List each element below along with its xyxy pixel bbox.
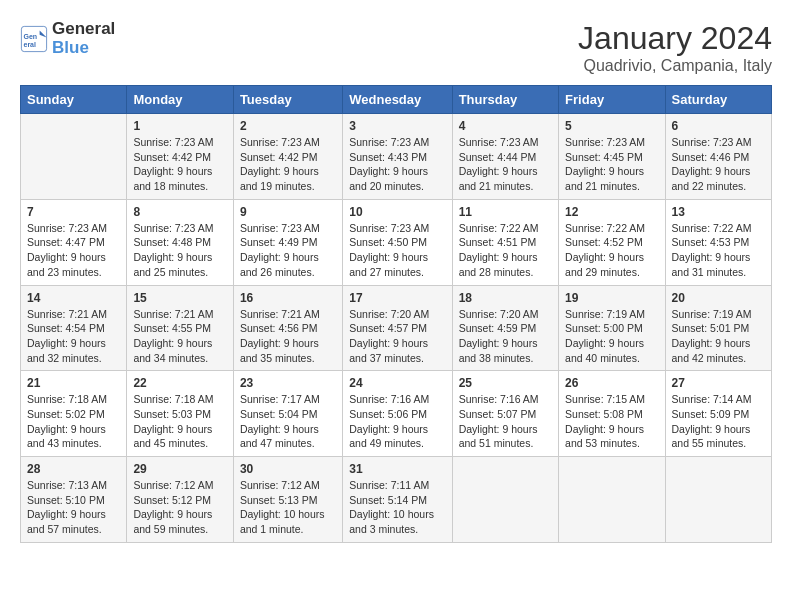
- logo-text-line1: General: [52, 20, 115, 39]
- calendar-cell: 14Sunrise: 7:21 AM Sunset: 4:54 PM Dayli…: [21, 285, 127, 371]
- day-info: Sunrise: 7:18 AM Sunset: 5:03 PM Dayligh…: [133, 392, 226, 451]
- header-cell-thursday: Thursday: [452, 86, 558, 114]
- day-info: Sunrise: 7:21 AM Sunset: 4:56 PM Dayligh…: [240, 307, 336, 366]
- calendar-cell: 13Sunrise: 7:22 AM Sunset: 4:53 PM Dayli…: [665, 199, 771, 285]
- day-info: Sunrise: 7:23 AM Sunset: 4:47 PM Dayligh…: [27, 221, 120, 280]
- calendar-cell: 23Sunrise: 7:17 AM Sunset: 5:04 PM Dayli…: [233, 371, 342, 457]
- day-info: Sunrise: 7:20 AM Sunset: 4:57 PM Dayligh…: [349, 307, 445, 366]
- day-number: 3: [349, 119, 445, 133]
- day-number: 8: [133, 205, 226, 219]
- calendar-cell: 28Sunrise: 7:13 AM Sunset: 5:10 PM Dayli…: [21, 457, 127, 543]
- header-cell-saturday: Saturday: [665, 86, 771, 114]
- week-row-4: 21Sunrise: 7:18 AM Sunset: 5:02 PM Dayli…: [21, 371, 772, 457]
- calendar-cell: 5Sunrise: 7:23 AM Sunset: 4:45 PM Daylig…: [559, 114, 665, 200]
- day-info: Sunrise: 7:19 AM Sunset: 5:00 PM Dayligh…: [565, 307, 658, 366]
- day-number: 9: [240, 205, 336, 219]
- calendar-cell: 6Sunrise: 7:23 AM Sunset: 4:46 PM Daylig…: [665, 114, 771, 200]
- day-number: 12: [565, 205, 658, 219]
- week-row-5: 28Sunrise: 7:13 AM Sunset: 5:10 PM Dayli…: [21, 457, 772, 543]
- day-info: Sunrise: 7:23 AM Sunset: 4:49 PM Dayligh…: [240, 221, 336, 280]
- calendar-cell: 29Sunrise: 7:12 AM Sunset: 5:12 PM Dayli…: [127, 457, 233, 543]
- calendar-cell: 21Sunrise: 7:18 AM Sunset: 5:02 PM Dayli…: [21, 371, 127, 457]
- day-number: 24: [349, 376, 445, 390]
- calendar-table: SundayMondayTuesdayWednesdayThursdayFrid…: [20, 85, 772, 543]
- day-number: 16: [240, 291, 336, 305]
- calendar-cell: 1Sunrise: 7:23 AM Sunset: 4:42 PM Daylig…: [127, 114, 233, 200]
- day-number: 29: [133, 462, 226, 476]
- week-row-1: 1Sunrise: 7:23 AM Sunset: 4:42 PM Daylig…: [21, 114, 772, 200]
- calendar-cell: 26Sunrise: 7:15 AM Sunset: 5:08 PM Dayli…: [559, 371, 665, 457]
- day-info: Sunrise: 7:12 AM Sunset: 5:12 PM Dayligh…: [133, 478, 226, 537]
- calendar-cell: 4Sunrise: 7:23 AM Sunset: 4:44 PM Daylig…: [452, 114, 558, 200]
- day-number: 30: [240, 462, 336, 476]
- header-cell-sunday: Sunday: [21, 86, 127, 114]
- calendar-cell: [452, 457, 558, 543]
- day-info: Sunrise: 7:23 AM Sunset: 4:46 PM Dayligh…: [672, 135, 765, 194]
- logo-icon: Gen eral: [20, 25, 48, 53]
- title-block: January 2024 Quadrivio, Campania, Italy: [578, 20, 772, 75]
- day-number: 27: [672, 376, 765, 390]
- week-row-2: 7Sunrise: 7:23 AM Sunset: 4:47 PM Daylig…: [21, 199, 772, 285]
- calendar-cell: 20Sunrise: 7:19 AM Sunset: 5:01 PM Dayli…: [665, 285, 771, 371]
- day-number: 20: [672, 291, 765, 305]
- day-number: 15: [133, 291, 226, 305]
- page-header: Gen eral General Blue January 2024 Quadr…: [20, 20, 772, 75]
- logo-text-line2: Blue: [52, 39, 115, 58]
- day-info: Sunrise: 7:23 AM Sunset: 4:42 PM Dayligh…: [133, 135, 226, 194]
- day-info: Sunrise: 7:23 AM Sunset: 4:48 PM Dayligh…: [133, 221, 226, 280]
- day-info: Sunrise: 7:16 AM Sunset: 5:06 PM Dayligh…: [349, 392, 445, 451]
- calendar-cell: 9Sunrise: 7:23 AM Sunset: 4:49 PM Daylig…: [233, 199, 342, 285]
- calendar-cell: 30Sunrise: 7:12 AM Sunset: 5:13 PM Dayli…: [233, 457, 342, 543]
- header-cell-wednesday: Wednesday: [343, 86, 452, 114]
- day-info: Sunrise: 7:23 AM Sunset: 4:42 PM Dayligh…: [240, 135, 336, 194]
- calendar-cell: 8Sunrise: 7:23 AM Sunset: 4:48 PM Daylig…: [127, 199, 233, 285]
- day-info: Sunrise: 7:14 AM Sunset: 5:09 PM Dayligh…: [672, 392, 765, 451]
- day-info: Sunrise: 7:13 AM Sunset: 5:10 PM Dayligh…: [27, 478, 120, 537]
- calendar-cell: 24Sunrise: 7:16 AM Sunset: 5:06 PM Dayli…: [343, 371, 452, 457]
- header-row: SundayMondayTuesdayWednesdayThursdayFrid…: [21, 86, 772, 114]
- day-info: Sunrise: 7:12 AM Sunset: 5:13 PM Dayligh…: [240, 478, 336, 537]
- calendar-cell: [21, 114, 127, 200]
- week-row-3: 14Sunrise: 7:21 AM Sunset: 4:54 PM Dayli…: [21, 285, 772, 371]
- logo: Gen eral General Blue: [20, 20, 115, 57]
- day-number: 22: [133, 376, 226, 390]
- day-number: 6: [672, 119, 765, 133]
- day-number: 2: [240, 119, 336, 133]
- header-cell-monday: Monday: [127, 86, 233, 114]
- calendar-cell: 3Sunrise: 7:23 AM Sunset: 4:43 PM Daylig…: [343, 114, 452, 200]
- day-info: Sunrise: 7:23 AM Sunset: 4:45 PM Dayligh…: [565, 135, 658, 194]
- day-info: Sunrise: 7:20 AM Sunset: 4:59 PM Dayligh…: [459, 307, 552, 366]
- calendar-cell: 12Sunrise: 7:22 AM Sunset: 4:52 PM Dayli…: [559, 199, 665, 285]
- calendar-cell: 10Sunrise: 7:23 AM Sunset: 4:50 PM Dayli…: [343, 199, 452, 285]
- day-info: Sunrise: 7:18 AM Sunset: 5:02 PM Dayligh…: [27, 392, 120, 451]
- day-number: 7: [27, 205, 120, 219]
- day-number: 31: [349, 462, 445, 476]
- calendar-subtitle: Quadrivio, Campania, Italy: [578, 57, 772, 75]
- day-info: Sunrise: 7:22 AM Sunset: 4:51 PM Dayligh…: [459, 221, 552, 280]
- day-info: Sunrise: 7:23 AM Sunset: 4:44 PM Dayligh…: [459, 135, 552, 194]
- svg-text:Gen: Gen: [24, 33, 38, 40]
- day-number: 25: [459, 376, 552, 390]
- day-info: Sunrise: 7:19 AM Sunset: 5:01 PM Dayligh…: [672, 307, 765, 366]
- calendar-cell: 15Sunrise: 7:21 AM Sunset: 4:55 PM Dayli…: [127, 285, 233, 371]
- header-cell-friday: Friday: [559, 86, 665, 114]
- day-number: 26: [565, 376, 658, 390]
- calendar-cell: [665, 457, 771, 543]
- day-number: 5: [565, 119, 658, 133]
- day-info: Sunrise: 7:22 AM Sunset: 4:52 PM Dayligh…: [565, 221, 658, 280]
- day-number: 28: [27, 462, 120, 476]
- day-info: Sunrise: 7:21 AM Sunset: 4:55 PM Dayligh…: [133, 307, 226, 366]
- day-number: 17: [349, 291, 445, 305]
- day-number: 4: [459, 119, 552, 133]
- day-number: 23: [240, 376, 336, 390]
- day-number: 13: [672, 205, 765, 219]
- header-cell-tuesday: Tuesday: [233, 86, 342, 114]
- day-info: Sunrise: 7:22 AM Sunset: 4:53 PM Dayligh…: [672, 221, 765, 280]
- calendar-cell: 17Sunrise: 7:20 AM Sunset: 4:57 PM Dayli…: [343, 285, 452, 371]
- day-number: 1: [133, 119, 226, 133]
- day-number: 19: [565, 291, 658, 305]
- calendar-cell: 27Sunrise: 7:14 AM Sunset: 5:09 PM Dayli…: [665, 371, 771, 457]
- calendar-cell: [559, 457, 665, 543]
- day-info: Sunrise: 7:17 AM Sunset: 5:04 PM Dayligh…: [240, 392, 336, 451]
- day-info: Sunrise: 7:11 AM Sunset: 5:14 PM Dayligh…: [349, 478, 445, 537]
